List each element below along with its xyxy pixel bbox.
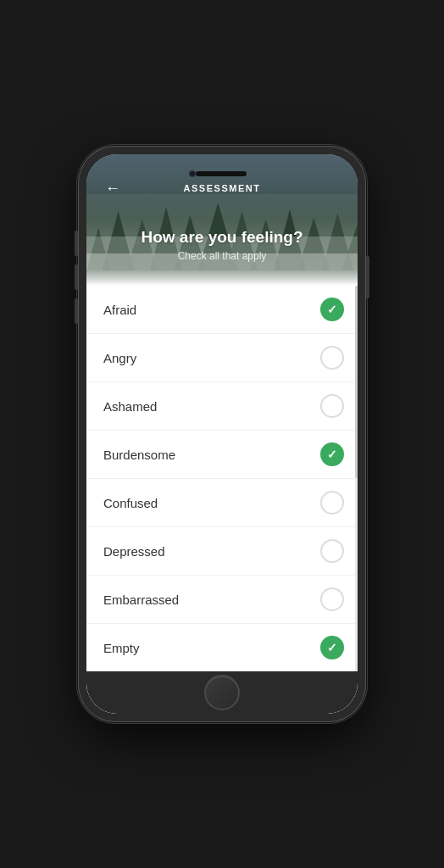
main-question: How are you feeling? — [86, 228, 358, 247]
notch-speaker — [196, 171, 247, 176]
header-content: How are you feeling? Check all that appl… — [86, 228, 358, 262]
checkmark: ✓ — [327, 641, 337, 654]
list-item[interactable]: Afraid✓ — [86, 286, 358, 334]
item-label: Embarrassed — [103, 593, 179, 607]
phone-frame: ← ASSESSMENT How are you feeling? Check … — [78, 146, 366, 722]
unchecked-circle — [320, 539, 344, 563]
list-item[interactable]: Ashamed — [86, 382, 358, 431]
item-label: Ashamed — [103, 399, 157, 414]
phone-screen: ← ASSESSMENT How are you feeling? Check … — [86, 154, 358, 714]
checklist[interactable]: Afraid✓AngryAshamedBurdensome✓ConfusedDe… — [86, 286, 358, 714]
unchecked-circle — [320, 346, 344, 370]
list-item[interactable]: Depressed — [86, 527, 358, 576]
list-item[interactable]: Confused — [86, 479, 358, 527]
checked-icon: ✓ — [320, 442, 344, 466]
item-label: Angry — [103, 351, 136, 365]
checkmark: ✓ — [327, 303, 337, 316]
scroll-track — [355, 286, 358, 714]
item-label: Afraid — [103, 303, 136, 317]
unchecked-circle — [320, 491, 344, 515]
back-button[interactable]: ← — [100, 175, 125, 201]
unchecked-circle — [320, 587, 344, 611]
item-label: Burdensome — [103, 448, 175, 462]
scroll-thumb — [355, 286, 358, 478]
list-item[interactable]: Angry — [86, 334, 358, 382]
list-item[interactable]: Burdensome✓ — [86, 431, 358, 479]
checked-icon: ✓ — [320, 298, 344, 321]
checkmark: ✓ — [327, 448, 337, 461]
checklist-items: Afraid✓AngryAshamedBurdensome✓ConfusedDe… — [86, 286, 358, 714]
list-item[interactable]: Embarrassed — [86, 576, 358, 624]
item-label: Empty — [103, 641, 140, 655]
notch-camera — [189, 170, 196, 177]
home-button[interactable] — [204, 675, 240, 710]
status-bar — [154, 161, 290, 186]
item-label: Depressed — [103, 544, 165, 559]
checked-icon: ✓ — [320, 636, 344, 659]
home-button-area — [86, 671, 358, 714]
item-label: Confused — [103, 496, 158, 510]
list-item[interactable]: Empty✓ — [86, 624, 358, 672]
subtitle: Check all that apply — [86, 250, 358, 262]
unchecked-circle — [320, 394, 344, 418]
